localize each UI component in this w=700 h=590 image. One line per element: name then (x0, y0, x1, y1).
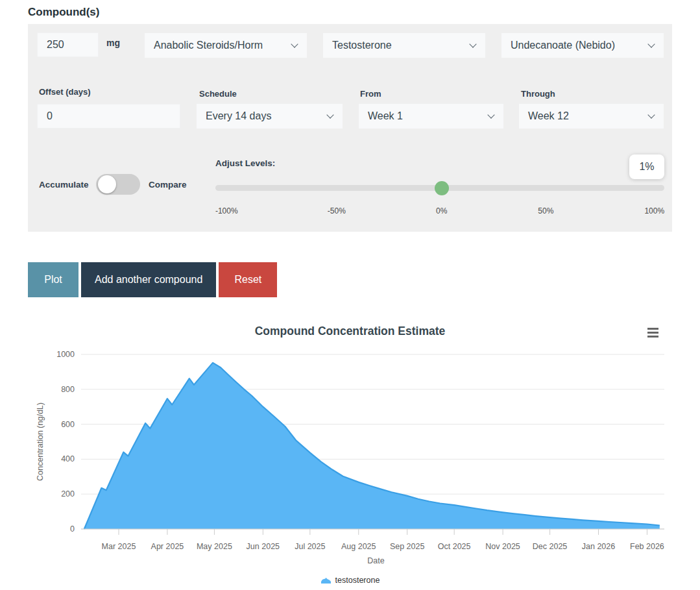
svg-text:Dec 2025: Dec 2025 (533, 542, 568, 551)
chevron-down-icon (291, 40, 298, 47)
ester-dropdown[interactable]: Undecanoate (Nebido) (501, 33, 664, 58)
through-dropdown-value: Week 12 (528, 110, 569, 122)
category-dropdown-value: Anabolic Steroids/Horm (154, 40, 263, 51)
reset-button[interactable]: Reset (219, 262, 277, 297)
compound-dropdown[interactable]: Testosterone (323, 33, 485, 58)
chevron-down-icon (469, 40, 476, 47)
slider-handle[interactable] (435, 181, 449, 195)
offset-label: Offset (days) (39, 87, 90, 97)
toggle-knob (98, 175, 116, 193)
adjust-value-text: 1% (639, 161, 654, 173)
svg-text:600: 600 (61, 420, 75, 429)
svg-text:Oct 2025: Oct 2025 (438, 542, 471, 551)
x-axis-labels: Mar 2025Apr 2025May 2025Jun 2025Jul 2025… (102, 529, 664, 551)
schedule-dropdown[interactable]: Every 14 days (197, 104, 343, 129)
svg-text:Jan 2026: Jan 2026 (582, 542, 615, 551)
slider-mark: -100% (215, 206, 238, 215)
slider-mark: 50% (538, 206, 553, 215)
chart-title: Compound Concentration Estimate (0, 325, 700, 348)
svg-text:800: 800 (61, 385, 75, 394)
page-title: Compound(s) (0, 0, 700, 24)
chevron-down-icon (326, 111, 333, 118)
chevron-down-icon (647, 111, 655, 118)
svg-text:May 2025: May 2025 (197, 542, 232, 551)
concentration-chart: 02004006008001000Mar 2025Apr 2025May 202… (0, 348, 700, 569)
svg-text:1000: 1000 (56, 350, 75, 359)
accumulate-label: Accumulate (39, 180, 89, 190)
plot-button[interactable]: Plot (28, 262, 78, 297)
from-label: From (360, 89, 381, 99)
slider-mark: -50% (328, 206, 346, 215)
adjust-value-badge: 1% (629, 154, 664, 179)
adjust-levels-label: Adjust Levels: (215, 158, 275, 168)
svg-text:Mar 2025: Mar 2025 (102, 542, 136, 551)
area-series-icon (320, 576, 332, 584)
svg-text:0: 0 (70, 524, 75, 534)
dose-unit-label: mg (106, 38, 120, 48)
compound-form-panel: mg Anabolic Steroids/Horm Testosterone U… (28, 24, 672, 232)
x-axis-title: Date (367, 556, 384, 565)
schedule-label: Schedule (199, 89, 237, 99)
svg-text:Jul 2025: Jul 2025 (295, 542, 325, 551)
from-dropdown[interactable]: Week 1 (359, 104, 503, 129)
chart-section: Compound Concentration Estimate 02004006… (0, 325, 700, 585)
add-another-compound-button[interactable]: Add another compound (81, 262, 216, 297)
chevron-down-icon (647, 40, 655, 47)
chevron-down-icon (487, 111, 494, 118)
svg-text:200: 200 (61, 489, 75, 498)
svg-text:Sep 2025: Sep 2025 (390, 542, 425, 551)
schedule-dropdown-value: Every 14 days (206, 110, 271, 122)
chart-legend-label: testosterone (335, 576, 380, 585)
through-label: Through (521, 89, 555, 99)
from-dropdown-value: Week 1 (368, 110, 403, 122)
accumulate-compare-toggle[interactable] (96, 174, 140, 195)
y-axis-title: Concentration (ng/dL) (36, 402, 45, 481)
area-series-testosterone (84, 363, 660, 529)
adjust-levels-slider[interactable] (215, 185, 664, 191)
dose-input[interactable] (37, 32, 99, 57)
svg-text:Aug 2025: Aug 2025 (341, 542, 376, 551)
compound-plotter-page: Compound(s) mg Anabolic Steroids/Horm Te… (0, 0, 700, 590)
ester-dropdown-value: Undecanoate (Nebido) (511, 40, 615, 51)
slider-mark: 100% (644, 206, 664, 215)
offset-input[interactable] (37, 104, 180, 129)
category-dropdown[interactable]: Anabolic Steroids/Horm (145, 33, 307, 58)
through-dropdown[interactable]: Week 12 (519, 104, 664, 129)
chart-menu-icon[interactable] (646, 325, 661, 340)
compare-label: Compare (149, 180, 187, 190)
slider-mark: 0% (436, 206, 447, 215)
chart-legend-item[interactable]: testosterone (0, 576, 700, 585)
svg-text:400: 400 (61, 454, 75, 463)
compound-dropdown-value: Testosterone (332, 40, 392, 51)
action-button-row: Plot Add another compound Reset (28, 262, 700, 297)
svg-text:Apr 2025: Apr 2025 (151, 542, 184, 551)
svg-text:Feb 2026: Feb 2026 (630, 542, 664, 551)
svg-text:Nov 2025: Nov 2025 (485, 542, 520, 551)
svg-text:Jun 2025: Jun 2025 (247, 542, 280, 551)
slider-marks: -100% -50% 0% 50% 100% (215, 206, 664, 217)
